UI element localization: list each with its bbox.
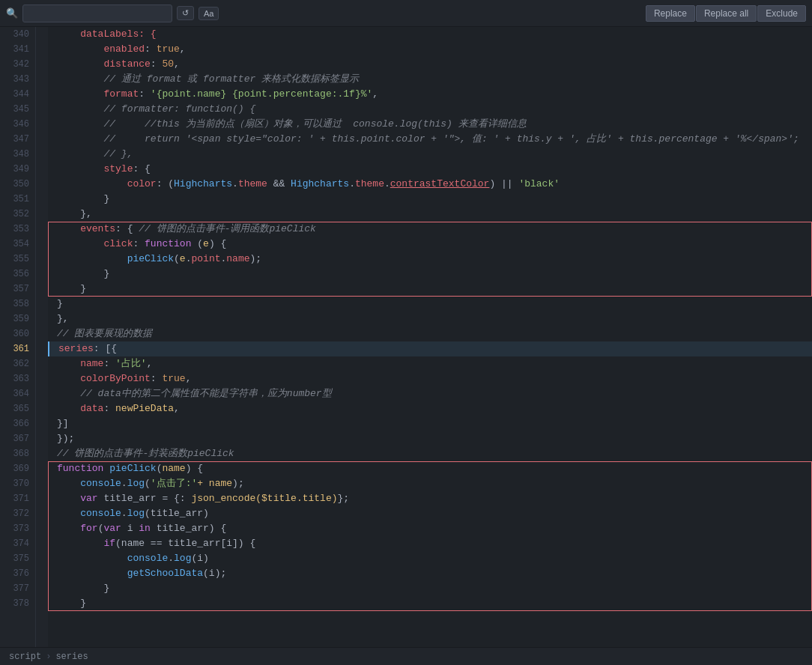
replace-all-button[interactable]: Replace all	[696, 5, 757, 22]
fold-indicator[interactable]	[36, 596, 48, 611]
fold-indicator[interactable]	[36, 521, 48, 536]
line-number: 376	[0, 566, 35, 581]
replace-mode-icon[interactable]: ↺	[177, 6, 194, 20]
fold-indicator[interactable]	[36, 132, 48, 147]
fold-indicator[interactable]	[36, 147, 48, 162]
breadcrumb-series: series	[55, 652, 88, 662]
code-line: format: '{point.name} {point.percentage:…	[48, 87, 812, 102]
line-number: 342	[0, 57, 35, 72]
code-line: });	[48, 431, 812, 446]
line-number: 346	[0, 117, 35, 132]
line-number: 357	[0, 282, 35, 297]
fold-indicator[interactable]	[36, 252, 48, 267]
fold-indicator[interactable]	[36, 267, 48, 282]
fold-indicator[interactable]	[36, 177, 48, 192]
line-number: 369	[0, 461, 35, 476]
code-line: color: (Highcharts.theme && Highcharts.t…	[48, 177, 812, 192]
code-line: }	[48, 192, 812, 207]
code-line: function pieClick(name) {	[48, 461, 812, 476]
code-line: }	[48, 596, 812, 611]
fold-indicator[interactable]	[36, 506, 48, 521]
fold-indicator[interactable]	[36, 192, 48, 207]
line-number: 360	[0, 327, 35, 341]
fold-indicator[interactable]	[36, 297, 48, 312]
line-number: 365	[0, 401, 35, 416]
fold-indicator[interactable]	[36, 117, 48, 132]
fold-indicator[interactable]	[36, 431, 48, 446]
line-number: 364	[0, 386, 35, 401]
fold-indicator[interactable]	[36, 491, 48, 506]
fold-indicator[interactable]	[36, 237, 48, 252]
fold-indicator[interactable]	[36, 446, 48, 461]
line-number: 375	[0, 551, 35, 566]
line-number: 349	[0, 162, 35, 177]
line-number: 371	[0, 491, 35, 506]
breadcrumb-script: script	[9, 652, 41, 662]
code-line: // return '<span style="color: ' + this.…	[48, 132, 812, 147]
fold-indicator[interactable]	[36, 371, 48, 386]
fold-indicator[interactable]	[36, 42, 48, 57]
line-number: 350	[0, 177, 35, 192]
fold-col	[36, 27, 48, 647]
fold-indicator[interactable]	[36, 57, 48, 72]
line-number: 354	[0, 237, 35, 252]
search-icon: 🔍	[6, 7, 18, 19]
fold-indicator[interactable]	[36, 162, 48, 177]
fold-indicator[interactable]	[36, 566, 48, 581]
code-line: style: {	[48, 162, 812, 177]
case-sensitive-icon[interactable]: Aa	[199, 7, 219, 20]
line-number: 345	[0, 102, 35, 117]
code-line: var title_arr = {: json_encode($title.ti…	[48, 491, 812, 506]
fold-indicator[interactable]	[36, 416, 48, 431]
code-line: console.log(i)	[48, 551, 812, 566]
fold-indicator[interactable]	[36, 356, 48, 371]
line-number: 351	[0, 192, 35, 207]
fold-indicator[interactable]	[36, 551, 48, 566]
code-line: for(var i in title_arr) {	[48, 521, 812, 536]
toolbar: 🔍 ↺ Aa Replace Replace all Exclude	[0, 0, 812, 27]
line-number: 340	[0, 27, 35, 42]
replace-button[interactable]: Replace	[646, 5, 695, 22]
code-line: console.log(title_arr)	[48, 506, 812, 521]
line-number: 367	[0, 431, 35, 446]
fold-indicator[interactable]	[36, 72, 48, 87]
fold-indicator[interactable]	[36, 207, 48, 222]
editor-container: 3403413423433443453463473483493503513523…	[0, 27, 812, 647]
line-number: 353	[0, 222, 35, 237]
line-number: 362	[0, 356, 35, 371]
fold-indicator[interactable]	[36, 87, 48, 102]
code-line: events: { // 饼图的点击事件-调用函数pieClick	[48, 222, 812, 237]
line-number: 344	[0, 87, 35, 102]
fold-indicator[interactable]	[36, 476, 48, 491]
search-input[interactable]	[22, 4, 172, 22]
fold-indicator[interactable]	[36, 282, 48, 297]
fold-indicator[interactable]	[36, 312, 48, 327]
code-content[interactable]: dataLabels: { enabled: true, distance: 5…	[48, 27, 812, 647]
fold-indicator[interactable]	[36, 401, 48, 416]
code-line: }	[48, 282, 812, 297]
code-line: enabled: true,	[48, 42, 812, 57]
fold-indicator[interactable]	[36, 461, 48, 476]
code-line: }	[48, 267, 812, 282]
fold-indicator[interactable]	[36, 536, 48, 551]
code-line: // data中的第二个属性值不能是字符串，应为number型	[48, 386, 812, 401]
code-line: data: newPieData,	[48, 401, 812, 416]
fold-indicator[interactable]	[36, 386, 48, 401]
breadcrumb-separator: ›	[46, 652, 51, 662]
line-number: 359	[0, 312, 35, 327]
line-number: 373	[0, 521, 35, 536]
fold-indicator[interactable]	[36, 341, 48, 356]
code-line: // formatter: function() {	[48, 102, 812, 117]
exclude-button[interactable]: Exclude	[757, 5, 806, 22]
fold-indicator[interactable]	[36, 222, 48, 237]
line-number: 363	[0, 371, 35, 386]
code-line: // 饼图的点击事件-封装函数pieClick	[48, 446, 812, 461]
fold-indicator[interactable]	[36, 327, 48, 341]
fold-indicator[interactable]	[36, 27, 48, 42]
code-line: // 通过 format 或 formatter 来格式化数据标签显示	[48, 72, 812, 87]
fold-indicator[interactable]	[36, 581, 48, 596]
code-line: pieClick(e.point.name);	[48, 252, 812, 267]
code-line: // //this 为当前的点（扇区）对象，可以通过 console.log(t…	[48, 117, 812, 132]
fold-indicator[interactable]	[36, 102, 48, 117]
line-number: 366	[0, 416, 35, 431]
